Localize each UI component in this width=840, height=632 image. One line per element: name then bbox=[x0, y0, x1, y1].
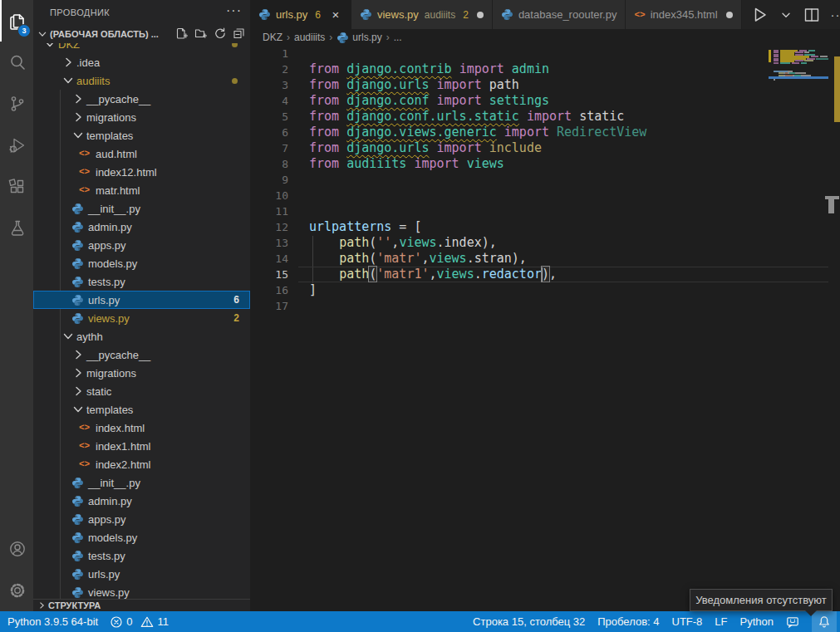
new-file-button[interactable] bbox=[174, 27, 188, 40]
tree-item-urls-py[interactable]: urls.py bbox=[33, 565, 250, 583]
html-icon: <> bbox=[634, 10, 645, 20]
minimap[interactable] bbox=[769, 46, 828, 611]
breadcrumb-label: audiiits bbox=[294, 32, 325, 43]
activity-item-account[interactable] bbox=[0, 528, 33, 570]
chevron-right-icon bbox=[71, 110, 85, 124]
activity-item-run-debug[interactable] bbox=[0, 125, 33, 166]
extensions-icon bbox=[7, 177, 27, 197]
sidebar-more-actions-button[interactable]: ··· bbox=[226, 3, 242, 18]
chevron-right-icon bbox=[71, 366, 85, 380]
tree-item-apps-py[interactable]: apps.py bbox=[33, 236, 250, 254]
tab-views.py[interactable]: views.pyaudiiits2 bbox=[351, 0, 493, 29]
breadcrumb-item-audiiits[interactable]: audiiits bbox=[294, 32, 325, 43]
python-file-icon bbox=[71, 202, 86, 215]
activity-item-explorer[interactable]: 3 bbox=[0, 0, 33, 42]
tab-urls.py[interactable]: urls.py6× bbox=[250, 0, 351, 29]
python-file-icon bbox=[71, 585, 86, 599]
tree-item-aud-html[interactable]: <>aud.html bbox=[33, 145, 250, 163]
line-number: 6 bbox=[250, 125, 288, 140]
tree-item--init-py[interactable]: __init__.py bbox=[33, 199, 250, 218]
overview-warning-marker bbox=[834, 56, 840, 122]
minimap-line bbox=[780, 62, 790, 64]
activity-item-search[interactable] bbox=[0, 42, 33, 83]
breadcrumb-label: ... bbox=[394, 32, 402, 43]
tree-item-templates[interactable]: templates bbox=[33, 400, 250, 419]
status-feedback[interactable] bbox=[786, 611, 799, 632]
refresh-button[interactable] bbox=[213, 27, 226, 40]
more-actions-button[interactable]: ··· bbox=[831, 7, 840, 22]
line-number: 15 bbox=[250, 267, 288, 282]
code-line: urlpatterns = [ bbox=[309, 219, 421, 235]
status-language-mode-label: Python bbox=[740, 615, 774, 628]
tree-item-aythh[interactable]: aythh bbox=[33, 327, 250, 345]
tree-item-apps-py[interactable]: apps.py bbox=[33, 510, 250, 528]
tree-item-static[interactable]: static bbox=[33, 382, 250, 400]
breadcrumb-item--[interactable]: ... bbox=[394, 32, 402, 43]
tree-item-models-py[interactable]: models.py bbox=[33, 528, 250, 546]
tree-item--idea[interactable]: .idea bbox=[33, 53, 250, 71]
notification-toast[interactable]: Уведомления отсутствуют bbox=[690, 589, 833, 611]
tree-item--pycache-[interactable]: __pycache__ bbox=[33, 345, 250, 364]
chevron-down-icon bbox=[37, 28, 48, 40]
workspace-section-header[interactable]: (РАБОЧАЯ ОБЛАСТЬ) ... bbox=[33, 25, 250, 43]
minimap-warning-mark bbox=[769, 60, 771, 62]
error-icon bbox=[110, 615, 123, 629]
tree-item-index1-html[interactable]: <>index1.html bbox=[33, 437, 250, 455]
overview-ruler-scrollbar[interactable] bbox=[828, 46, 840, 611]
tree-item-label: admin.py bbox=[88, 495, 132, 507]
activity-item-source-control[interactable] bbox=[0, 83, 33, 125]
tree-item-index12-html[interactable]: <>index12.html bbox=[33, 163, 250, 181]
status-indentation[interactable]: Пробелов: 4 bbox=[597, 611, 659, 632]
tree-item-index2-html[interactable]: <>index2.html bbox=[33, 455, 250, 473]
minimap-line bbox=[774, 79, 775, 81]
activity-item-testing[interactable] bbox=[0, 208, 33, 249]
tree-item-audiiits[interactable]: audiiits bbox=[33, 71, 250, 90]
tree-item-tests-py[interactable]: tests.py bbox=[33, 272, 250, 291]
tree-item-views-py[interactable]: views.py2 bbox=[33, 309, 250, 327]
new-folder-button[interactable] bbox=[194, 27, 207, 40]
status-eol[interactable]: LF bbox=[715, 611, 727, 632]
tree-item-index-html[interactable]: <>index.html bbox=[33, 419, 250, 437]
collapse-all-button[interactable] bbox=[232, 27, 245, 40]
activity-item-settings[interactable] bbox=[0, 570, 33, 611]
tree-item-matr-html[interactable]: <>matr.html bbox=[33, 181, 250, 199]
tree-item--pycache-[interactable]: __pycache__ bbox=[33, 90, 250, 108]
python-file-icon bbox=[71, 549, 86, 562]
status-language-mode[interactable]: Python bbox=[740, 611, 774, 632]
editor-group: urls.py6×views.pyaudiiits2database_roout… bbox=[250, 0, 840, 611]
tab-database_roouter.py[interactable]: database_roouter.py bbox=[493, 0, 626, 29]
tree-item-models-py[interactable]: models.py bbox=[33, 254, 250, 272]
split-editor-button[interactable] bbox=[802, 5, 822, 25]
status-python-interpreter[interactable]: Python 3.9.5 64-bit bbox=[7, 611, 98, 632]
activity-item-extensions[interactable] bbox=[0, 166, 33, 208]
breadcrumb-item-urls-py[interactable]: urls.py bbox=[336, 32, 381, 44]
tab-index345.html[interactable]: <>index345.html bbox=[626, 0, 741, 29]
tree-item--init-py[interactable]: __init__.py bbox=[33, 473, 250, 492]
code-line: from django.contrib import admin bbox=[309, 61, 549, 77]
tree-item-admin-py[interactable]: admin.py bbox=[33, 218, 250, 236]
run-dropdown-button[interactable] bbox=[779, 8, 793, 22]
editor-actions: ··· bbox=[742, 0, 840, 29]
close-icon[interactable]: × bbox=[329, 7, 342, 22]
editor-content[interactable]: 1234567891011121314151617 from django.co… bbox=[250, 46, 840, 611]
tree-item-urls-py[interactable]: urls.py6 bbox=[33, 291, 250, 309]
html-file-icon: <> bbox=[79, 421, 94, 434]
problem-count-badge: 2 bbox=[233, 312, 239, 324]
scrollbar-slider[interactable] bbox=[828, 199, 834, 213]
status-cursor-position[interactable]: Строка 15, столбец 32 bbox=[473, 611, 585, 632]
run-button[interactable] bbox=[750, 5, 770, 25]
python-icon bbox=[360, 8, 372, 21]
tree-item-tests-py[interactable]: tests.py bbox=[33, 546, 250, 565]
outline-section-header[interactable]: СТРУКТУРА bbox=[33, 599, 250, 611]
tree-item-migrations[interactable]: migrations bbox=[33, 108, 250, 126]
beaker-icon bbox=[7, 218, 27, 238]
modified-dot bbox=[477, 12, 484, 18]
status-indentation-label: Пробелов: 4 bbox=[597, 615, 659, 628]
status-encoding[interactable]: UTF-8 bbox=[672, 611, 703, 632]
tree-item-templates[interactable]: templates bbox=[33, 126, 250, 145]
tree-item-migrations[interactable]: migrations bbox=[33, 364, 250, 382]
breadcrumb-item-DKZ[interactable]: DKZ bbox=[263, 32, 282, 43]
status-problems[interactable]: 011 bbox=[110, 611, 174, 632]
tree-item-admin-py[interactable]: admin.py bbox=[33, 492, 250, 510]
line-number: 16 bbox=[250, 282, 288, 298]
